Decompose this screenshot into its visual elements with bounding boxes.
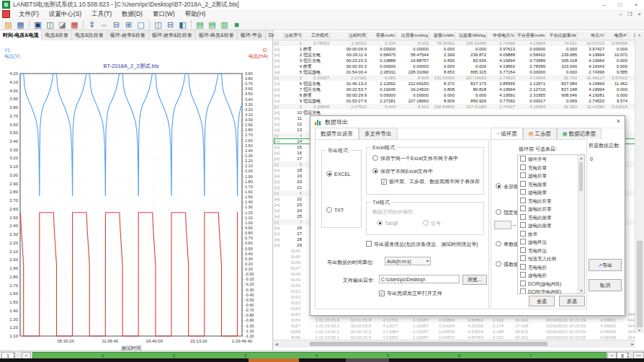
list-grid-icon[interactable]: ▥ — [219, 19, 230, 30]
expand-icon[interactable]: [+] — [274, 121, 284, 127]
table-header-cell[interactable]: 比容量/mAh/g — [396, 32, 429, 40]
chart-tab[interactable]: 电压&比容量 — [72, 30, 107, 40]
expand-icon[interactable]: [+] — [274, 185, 284, 190]
cycle-item-checkbox[interactable]: 放电能量 — [518, 188, 584, 197]
table-row[interactable]: [+]10恒流充电 — [274, 110, 635, 115]
record-row[interactable]: 91581.01:23:46.000:02:15.94.13484-1.2008… — [274, 329, 635, 335]
menu-item[interactable]: 数据(D) — [117, 10, 148, 17]
table-row[interactable]: [+]4静置00:00:30.30.000000.000000.0000.000… — [274, 63, 635, 69]
expand-icon[interactable]: [+] — [274, 242, 284, 248]
mdi-minimize-button[interactable]: – — [616, 10, 625, 18]
table-header-cell[interactable]: 容量/mAh — [367, 32, 396, 40]
expand-icon[interactable]: [-] — [274, 190, 284, 196]
chart-tab[interactable]: 电压&容量 — [42, 30, 72, 40]
cycle-item-checkbox[interactable]: 循环序号 — [518, 155, 584, 164]
cycle-item-checkbox[interactable]: 充电比能量 — [518, 213, 584, 222]
menu-item[interactable]: 窗口(W) — [148, 10, 180, 17]
table-header-cell[interactable]: 过程时间 — [330, 32, 367, 40]
table-row[interactable]: [+]9恒流放电01:53:27.62.27181227.180608.6098… — [274, 98, 635, 104]
tile-vertical-icon[interactable]: ◫ — [153, 19, 164, 30]
vertical-scrollbar[interactable]: ▲ ▼ — [635, 32, 644, 333]
table-header-cell[interactable]: 比能量/Wh/kg — [455, 32, 487, 40]
right-spinner-arrows[interactable]: ▴▾ — [627, 352, 632, 358]
export-button[interactable]: ⇗导出 — [589, 259, 622, 271]
open-after-export-checkbox[interactable]: 导出完成后立即打开文件 — [379, 290, 442, 297]
tile-horizontal-icon[interactable]: ⊟ — [165, 19, 176, 30]
list-view-icon[interactable]: ▤ — [194, 19, 205, 30]
cycle-item-checkbox[interactable]: 充电能量 — [518, 180, 584, 189]
cycle-item-checkbox[interactable]: DCIR(充电内阻) — [518, 288, 584, 294]
chart-tab[interactable]: 循环-效率&比容量 — [149, 30, 196, 40]
record-row[interactable]: 91571.01:23:36.000:02:05.84.13577-1.2008… — [274, 323, 635, 329]
list-block-icon[interactable]: ■ — [231, 19, 242, 30]
excel-diff-file-radio[interactable]: 保存于不同Excel文件中 — [372, 168, 433, 175]
cancel-button[interactable]: 取消 — [589, 279, 622, 291]
expand-icon[interactable]: [+] — [274, 213, 284, 219]
mdi-close-button[interactable]: × — [635, 10, 644, 18]
expand-icon[interactable]: [+] — [274, 150, 284, 156]
cycle-item-checkbox[interactable]: DCIR(放电内阻) — [518, 280, 584, 288]
table-header-cell[interactable]: 能量/mWh — [429, 32, 455, 40]
table-row[interactable]: [+]7恒压充电00:22:53.70.1924519.245200.80880… — [274, 87, 635, 92]
select-all-button[interactable]: 全选 — [529, 296, 555, 306]
cycle-item-checkbox[interactable]: 放电比能量 — [518, 221, 584, 230]
expand-icon[interactable]: [+] — [274, 110, 284, 115]
expand-icon[interactable]: [+] — [274, 52, 284, 58]
browse-button[interactable]: 浏览... — [462, 275, 487, 285]
excel-same-file-radio[interactable]: 保存于同一个Excel文件不同子表中 — [372, 155, 458, 162]
table-header-cell[interactable]: 平台容量/mAh — [516, 32, 546, 40]
expand-icon[interactable]: [-] — [274, 133, 284, 138]
expand-icon[interactable]: [+] — [274, 58, 284, 63]
format-excel-radio[interactable]: EXCEL — [326, 171, 351, 177]
expand-icon[interactable]: [-] — [274, 75, 284, 81]
zoom-all-icon[interactable]: ⇔ — [99, 19, 109, 30]
expand-icon[interactable]: [+] — [274, 167, 284, 173]
cascade-icon[interactable]: ◧ — [177, 19, 188, 30]
cycle-item-checkbox[interactable]: 放电终压 — [518, 238, 584, 247]
expand-icon[interactable]: [+] — [274, 63, 284, 69]
schedule-icon[interactable]: ▦ — [69, 19, 80, 30]
expand-icon[interactable]: [+] — [274, 81, 284, 87]
cycle-range-start-input[interactable] — [494, 221, 511, 229]
menu-item[interactable]: 设置中心(S) — [44, 10, 86, 17]
expand-icon[interactable]: [+] — [274, 138, 284, 144]
zoom-box-icon[interactable]: ▢ — [135, 19, 146, 30]
cycle-item-checkbox[interactable]: 恒流充入比例 — [518, 255, 584, 263]
expand-icon[interactable]: [+] — [274, 179, 284, 185]
expand-icon[interactable]: [+] — [274, 144, 284, 150]
cycle-item-checkbox[interactable]: 充电电容 — [518, 263, 584, 272]
cycle-item-checkbox[interactable]: 充电容量 — [518, 164, 584, 172]
zoom-fit-icon[interactable]: ⊞ — [123, 19, 134, 30]
cycle-item-checkbox[interactable]: 充电比容量 — [518, 197, 584, 206]
close-button[interactable]: × — [628, 1, 644, 9]
menu-item[interactable]: 文件(F) — [14, 10, 44, 17]
cycle-item-checkbox[interactable]: 充电终压 — [518, 247, 584, 255]
table-header-cell[interactable]: 工作模式 — [303, 32, 330, 40]
fit-x-axis-icon[interactable]: ⊟ — [111, 19, 122, 30]
table-row[interactable]: [+]1静置00:00:09.90.000000.000000.0000.000… — [274, 46, 635, 52]
table-row[interactable]: [+]2恒流充电00:29:11.90.5847558.475442.39923… — [274, 52, 635, 58]
table-header-cell[interactable]: 电容/F — [605, 32, 628, 40]
dialog-close-icon[interactable]: × — [617, 118, 620, 125]
record-row[interactable]: 91561.01:23:25.900:01:55.84.13701-1.2008… — [274, 317, 635, 323]
mdi-restore-button[interactable]: ❐ — [625, 10, 635, 18]
expand-icon[interactable]: [-] — [274, 219, 284, 225]
taskbar-item-active[interactable] — [249, 358, 299, 362]
tab-multifile-export[interactable]: 多文件导出 — [359, 128, 398, 139]
expand-icon[interactable]: [+] — [274, 237, 284, 242]
tab-cycle-layer[interactable]: ◔循环层 — [491, 128, 523, 139]
table-header-cell[interactable]: 过程序号 — [284, 32, 303, 40]
table-row[interactable]: [+]8静置00:00:29.90.000000.000000.0000.000… — [274, 92, 635, 98]
table-header-cell[interactable]: 中值电压/V — [487, 32, 516, 40]
expand-icon[interactable]: [+] — [274, 202, 284, 208]
device-icon[interactable]: ▣ — [32, 19, 43, 30]
format-txt-radio[interactable]: TXT — [326, 207, 344, 213]
cycle-item-checkbox[interactable]: 效率 — [518, 230, 584, 239]
fit-y-axis-icon[interactable]: ⇕ — [86, 19, 97, 30]
chart-tab[interactable]: 循环-平台 — [238, 30, 266, 40]
expand-icon[interactable]: [+] — [274, 231, 284, 237]
invert-selection-button[interactable]: 反选 — [559, 296, 585, 306]
list-detail-icon[interactable]: ▤ — [207, 19, 218, 30]
tab-step-layer[interactable]: ▤工步层 — [523, 128, 557, 139]
expand-icon[interactable]: [+] — [274, 69, 284, 75]
